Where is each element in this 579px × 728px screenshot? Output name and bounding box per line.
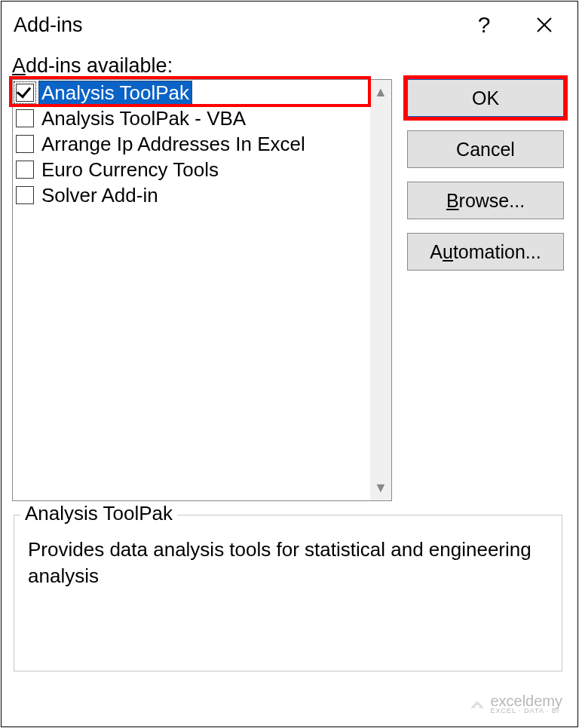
checkbox-icon[interactable] (16, 109, 34, 127)
addin-item-solver[interactable]: Solver Add-in (13, 182, 370, 208)
addins-list-container: Analysis ToolPak Analysis ToolPak - VBA … (12, 79, 394, 501)
main-row: Analysis ToolPak Analysis ToolPak - VBA … (12, 79, 564, 501)
addin-item-analysis-toolpak[interactable]: Analysis ToolPak (13, 80, 370, 106)
addins-available-label: Add-ins available: (12, 54, 564, 78)
addin-label: Analysis ToolPak (38, 81, 192, 106)
checkbox-icon[interactable] (16, 186, 34, 204)
help-button[interactable]: ? (454, 7, 514, 43)
browse-button[interactable]: Browse... (407, 182, 564, 219)
dialog-body: Add-ins available: Analysis ToolPak Anal… (2, 45, 577, 726)
close-button[interactable] (514, 7, 574, 43)
watermark-icon (469, 696, 486, 712)
close-icon (535, 16, 553, 34)
addins-listbox[interactable]: Analysis ToolPak Analysis ToolPak - VBA … (12, 79, 392, 501)
addins-list-inner: Analysis ToolPak Analysis ToolPak - VBA … (13, 80, 370, 500)
scroll-down-icon[interactable]: ▼ (374, 480, 388, 496)
addin-item-arrange-ip[interactable]: Arrange Ip Addresses In Excel (13, 131, 370, 157)
svg-rect-2 (476, 705, 480, 708)
addin-label: Analysis ToolPak - VBA (38, 106, 249, 131)
addin-label: Arrange Ip Addresses In Excel (38, 132, 308, 157)
titlebar: Add-ins ? (2, 2, 577, 45)
checkbox-icon[interactable] (16, 161, 34, 179)
addin-details-description: Provides data analysis tools for statist… (28, 537, 548, 589)
addin-label: Solver Add-in (38, 183, 161, 208)
addins-dialog: Add-ins ? Add-ins available: Analysis To… (1, 1, 578, 727)
cancel-button[interactable]: Cancel (407, 130, 564, 168)
button-column: OK Cancel Browse... Automation... (407, 79, 564, 271)
addin-item-analysis-toolpak-vba[interactable]: Analysis ToolPak - VBA (13, 106, 370, 131)
addin-item-euro-currency[interactable]: Euro Currency Tools (13, 157, 370, 182)
scrollbar[interactable]: ▲ ▼ (370, 80, 391, 500)
scroll-up-icon[interactable]: ▲ (374, 84, 388, 100)
checkbox-icon[interactable] (16, 84, 34, 102)
watermark: exceldemy EXCEL · DATA · BI (469, 693, 562, 714)
dialog-title: Add-ins (14, 14, 454, 37)
automation-button[interactable]: Automation... (407, 233, 564, 271)
addin-details-group: Analysis ToolPak Provides data analysis … (14, 515, 562, 671)
ok-button[interactable]: OK (407, 79, 564, 117)
addin-label: Euro Currency Tools (38, 158, 222, 182)
checkbox-icon[interactable] (16, 135, 34, 153)
addin-details-title: Analysis ToolPak (20, 502, 177, 525)
